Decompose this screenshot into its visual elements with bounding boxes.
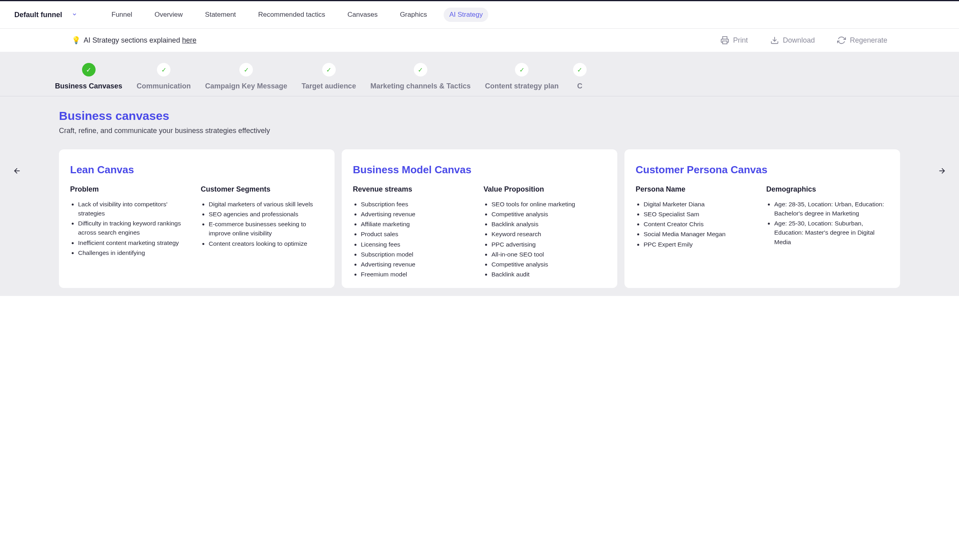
list-item: Age: 28-35, Location: Urban, Education: … [774,200,889,218]
card-column: DemographicsAge: 28-35, Location: Urban,… [766,185,889,250]
print-label: Print [733,36,748,45]
canvas-card: Lean CanvasProblemLack of visibility int… [59,149,335,288]
step-label: Content strategy plan [485,82,559,90]
column-heading: Persona Name [636,185,758,194]
step-content-strategy-plan[interactable]: ✓Content strategy plan [478,63,566,96]
list-item: PPC Expert Emily [644,240,758,249]
list-item: Keyword research [491,229,606,239]
step-label: Communication [137,82,191,90]
card-title: Lean Canvas [70,164,323,176]
explain-prefix: AI Strategy sections explained [84,36,182,44]
list-item: Competitive analysis [491,210,606,219]
column-list: Age: 28-35, Location: Urban, Education: … [766,200,889,247]
check-icon: ✓ [239,63,253,76]
list-item: Affiliate marketing [361,219,476,229]
check-icon: ✓ [322,63,336,76]
carousel-next-button[interactable] [934,163,949,181]
column-heading: Revenue streams [353,185,476,194]
list-item: Challenges in identifying [78,248,193,257]
card-column: Value PropositionSEO tools for online ma… [483,185,606,280]
nav-tab-recommended-tactics[interactable]: Recommended tactics [252,8,331,22]
list-item: Digital Marketer Diana [644,200,758,209]
column-heading: Customer Segments [201,185,323,194]
step-campaign-key-message[interactable]: ✓Campaign Key Message [198,63,294,96]
list-item: Content Creator Chris [644,219,758,229]
step-marketing-channels-tactics[interactable]: ✓Marketing channels & Tactics [363,63,478,96]
funnel-selector[interactable]: Default funnel [14,11,77,19]
content-area: ✓Business Canvases✓Communication✓Campaig… [0,52,959,296]
steps-nav: ✓Business Canvases✓Communication✓Campaig… [0,63,959,96]
regenerate-label: Regenerate [850,36,887,45]
check-icon: ✓ [414,63,427,76]
list-item: Age: 25-30, Location: Suburban, Educatio… [774,219,889,247]
print-icon [720,36,729,45]
regenerate-button[interactable]: Regenerate [837,36,887,45]
lightbulb-icon: 💡 [72,36,80,45]
list-item: SEO Specialist Sam [644,210,758,219]
list-item: E-commerce businesses seeking to improve… [209,219,323,238]
list-item: Lack of visibility into competitors' str… [78,200,193,218]
arrow-right-icon [937,166,946,175]
arrow-left-icon [13,166,22,175]
list-item: Freemium model [361,270,476,279]
nav-tab-graphics[interactable]: Graphics [394,8,433,22]
explain-link[interactable]: here [182,36,196,44]
step-label: Business Canvases [55,82,122,90]
check-icon: ✓ [157,63,170,76]
nav-tab-ai-strategy[interactable]: AI Strategy [444,8,488,22]
list-item: SEO agencies and professionals [209,210,323,219]
nav-tab-statement[interactable]: Statement [200,8,242,22]
toolbar: 💡 AI Strategy sections explained here Pr… [0,29,959,52]
canvas-card: Business Model CanvasRevenue streamsSubs… [342,149,617,288]
list-item: Subscription fees [361,200,476,209]
list-item: Backlink audit [491,270,606,279]
step-c[interactable]: ✓C [566,63,594,96]
list-item: Backlink analysis [491,219,606,229]
list-item: Advertising revenue [361,260,476,269]
list-item: Social Media Manager Megan [644,229,758,239]
list-item: Subscription model [361,250,476,259]
regenerate-icon [837,36,846,45]
step-label: Marketing channels & Tactics [370,82,471,90]
column-list: SEO tools for online marketingCompetitiv… [483,200,606,279]
step-communication[interactable]: ✓Communication [129,63,198,96]
step-business-canvases[interactable]: ✓Business Canvases [48,63,129,96]
list-item: Licensing fees [361,240,476,249]
download-button[interactable]: Download [770,36,815,45]
column-list: Lack of visibility into competitors' str… [70,200,193,258]
column-list: Digital Marketer DianaSEO Specialist Sam… [636,200,758,249]
card-columns: Revenue streamsSubscription feesAdvertis… [353,185,606,280]
step-target-audience[interactable]: ✓Target audience [294,63,363,96]
step-label: Target audience [301,82,356,90]
card-columns: ProblemLack of visibility into competito… [70,185,323,258]
download-label: Download [783,36,815,45]
card-title: Customer Persona Canvas [636,164,889,176]
toolbar-actions: Print Download Regenerate [720,36,887,45]
carousel-prev-button[interactable] [10,163,25,181]
column-list: Digital marketers of various skill level… [201,200,323,248]
funnel-name: Default funnel [14,11,62,19]
list-item: Inefficient content marketing strategy [78,238,193,247]
svg-rect-0 [722,41,727,44]
column-heading: Demographics [766,185,889,194]
list-item: Digital marketers of various skill level… [209,200,323,209]
list-item: Product sales [361,229,476,239]
check-icon: ✓ [573,63,587,76]
list-item: PPC advertising [491,240,606,249]
list-item: Content creators looking to optimize [209,239,323,248]
nav-tab-funnel[interactable]: Funnel [106,8,138,22]
section-title: Business canvases [59,109,900,123]
card-title: Business Model Canvas [353,164,606,176]
step-label: Campaign Key Message [205,82,287,90]
card-column: Customer SegmentsDigital marketers of va… [201,185,323,258]
header: Default funnel FunnelOverviewStatementRe… [0,1,959,29]
list-item: SEO tools for online marketing [491,200,606,209]
column-heading: Problem [70,185,193,194]
column-list: Subscription feesAdvertising revenueAffi… [353,200,476,279]
canvas-cards: Lean CanvasProblemLack of visibility int… [0,149,959,296]
print-button[interactable]: Print [720,36,748,45]
check-icon: ✓ [515,63,528,76]
nav-tab-canvases[interactable]: Canvases [342,8,384,22]
download-icon [770,36,779,45]
nav-tab-overview[interactable]: Overview [149,8,188,22]
